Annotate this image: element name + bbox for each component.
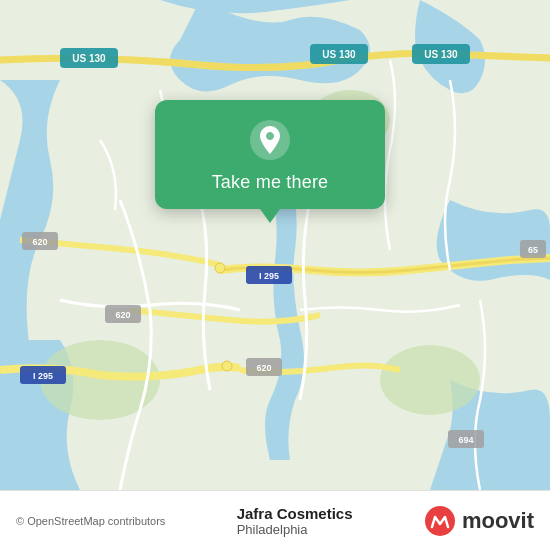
moovit-logo: moovit (424, 505, 534, 537)
svg-point-27 (425, 506, 455, 536)
info-group: © OpenStreetMap contributors (16, 515, 165, 527)
location-info: Jafra Cosmetics Philadelphia (237, 505, 353, 537)
svg-text:694: 694 (458, 435, 473, 445)
popup-card[interactable]: Take me there (155, 100, 385, 209)
svg-text:620: 620 (115, 310, 130, 320)
svg-text:65: 65 (528, 245, 538, 255)
map-container: US 130 US 130 US 130 I 295 I 295 620 620… (0, 0, 550, 490)
take-me-there-button[interactable]: Take me there (212, 172, 329, 193)
svg-text:US 130: US 130 (72, 53, 106, 64)
bottom-bar: © OpenStreetMap contributors Jafra Cosme… (0, 490, 550, 550)
location-pin-icon (248, 118, 292, 162)
place-name: Jafra Cosmetics (237, 505, 353, 522)
svg-text:620: 620 (32, 237, 47, 247)
svg-text:I 295: I 295 (259, 271, 279, 281)
moovit-text: moovit (462, 508, 534, 534)
svg-text:US 130: US 130 (322, 49, 356, 60)
svg-point-24 (215, 263, 225, 273)
svg-text:620: 620 (256, 363, 271, 373)
svg-text:US 130: US 130 (424, 49, 458, 60)
map-attribution: © OpenStreetMap contributors (16, 515, 165, 527)
svg-point-2 (380, 345, 480, 415)
svg-text:I 295: I 295 (33, 371, 53, 381)
svg-point-25 (222, 361, 232, 371)
city-name: Philadelphia (237, 522, 353, 537)
moovit-icon (424, 505, 456, 537)
